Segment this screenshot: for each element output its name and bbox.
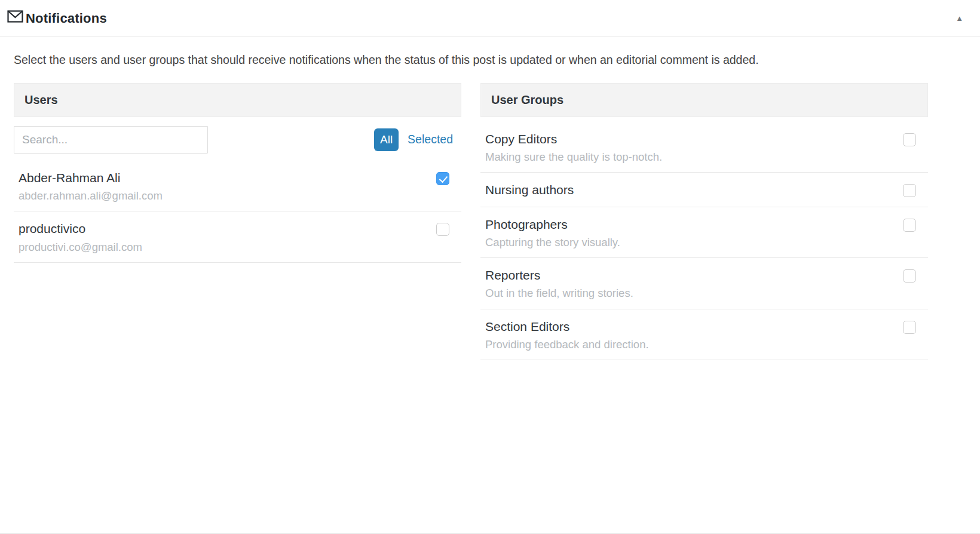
users-filter-group: All Selected [374,128,453,152]
user-text: Abder-Rahman Ali abder.rahman.ali@gmail.… [19,170,163,202]
user-text: productivico productivi.co@gmail.com [19,221,142,253]
users-panel: Users All Selected Abder-Rahman Ali [14,83,461,263]
user-list-item[interactable]: productivico productivi.co@gmail.com [14,211,461,262]
group-text: Nursing authors [485,182,574,198]
group-list-item[interactable]: Section Editors Providing feedback and d… [480,309,928,360]
user-groups-list: Copy Editors Making sure the quality is … [480,117,928,360]
notifications-metabox: Notifications ▲ Select the users and use… [0,0,980,534]
group-text: Photographers Capturing the story visual… [485,217,620,249]
group-name: Copy Editors [485,131,662,147]
group-description: Capturing the story visually. [485,236,620,249]
envelope-icon [7,10,23,23]
user-email: abder.rahman.ali@gmail.com [19,189,163,202]
group-description: Out in the field, writing stories. [485,287,633,300]
user-email: productivi.co@gmail.com [19,241,142,254]
collapse-toggle-icon[interactable]: ▲ [952,11,967,26]
group-list-item[interactable]: Nursing authors [480,173,928,207]
group-list-item[interactable]: Reporters Out in the field, writing stor… [480,258,928,309]
user-checkbox[interactable] [436,172,449,185]
group-checkbox[interactable] [903,321,916,334]
group-text: Section Editors Providing feedback and d… [485,319,649,351]
user-groups-panel: User Groups Copy Editors Making sure the… [480,83,928,360]
metabox-title: Notifications [26,11,107,26]
users-search-input[interactable] [14,126,208,154]
group-checkbox[interactable] [903,184,916,197]
metabox-body: Select the users and user groups that sh… [0,37,980,360]
group-description: Providing feedback and direction. [485,338,649,351]
group-text: Reporters Out in the field, writing stor… [485,268,633,300]
group-description: Making sure the quality is top-notch. [485,151,662,164]
users-list: Abder-Rahman Ali abder.rahman.ali@gmail.… [14,161,461,263]
group-checkbox[interactable] [903,219,916,232]
user-list-item[interactable]: Abder-Rahman Ali abder.rahman.ali@gmail.… [14,161,461,211]
metabox-header: Notifications ▲ [0,0,980,37]
user-name: Abder-Rahman Ali [19,170,163,186]
group-list-item[interactable]: Photographers Capturing the story visual… [480,207,928,258]
group-name: Photographers [485,217,620,232]
users-panel-header: Users [14,83,461,117]
group-name: Reporters [485,268,633,283]
group-checkbox[interactable] [903,269,916,283]
group-name: Nursing authors [485,182,574,198]
filter-selected-link[interactable]: Selected [408,133,453,146]
group-name: Section Editors [485,319,649,334]
notifications-description: Select the users and user groups that sh… [14,53,928,67]
panels-container: Users All Selected Abder-Rahman Ali [14,83,928,360]
users-toolbar: All Selected [14,126,461,154]
user-groups-panel-header: User Groups [480,83,928,117]
user-name: productivico [19,221,142,237]
group-checkbox[interactable] [903,133,916,146]
group-text: Copy Editors Making sure the quality is … [485,131,662,164]
user-checkbox[interactable] [436,223,449,236]
group-list-item[interactable]: Copy Editors Making sure the quality is … [480,117,928,173]
filter-all-button[interactable]: All [374,128,399,152]
